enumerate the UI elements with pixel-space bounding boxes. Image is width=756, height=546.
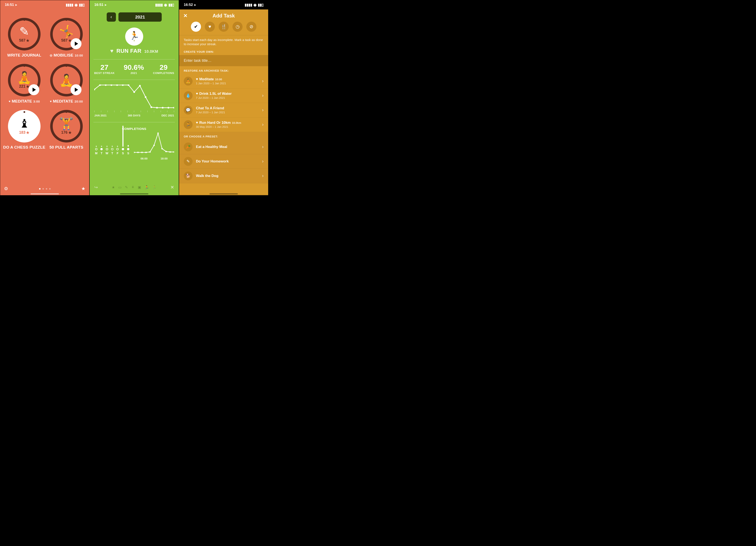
star-icon[interactable]: ★ <box>81 186 85 191</box>
task-icon: 🧘 <box>59 74 74 86</box>
chevron-right-icon: › <box>262 107 264 113</box>
clock: 16:52 <box>184 3 193 7</box>
task-type-selector: ✔ ♥ 🍴 ◷ ⊘ <box>179 22 268 32</box>
task-2[interactable]: 🧘221 ♥MEDITATE3:00 <box>3 64 45 104</box>
signal-icon: ▮▮▮▮ <box>245 3 252 7</box>
archived-row-3[interactable]: 🏃♥Run Hard Or 10km10.0km30 May 2020 – 1 … <box>179 117 268 132</box>
task-5[interactable]: 🏋176 50 PULL APARTS <box>46 110 86 150</box>
row-title: ♥Meditate10:00 <box>196 77 259 81</box>
clock: 16:51 <box>94 3 103 7</box>
task-label: ◎MOBILISE10:00 <box>50 53 83 58</box>
task-label: WRITE JOURNAL <box>7 53 41 58</box>
svg-point-8 <box>139 85 141 87</box>
meditate-filter-icon: ⚘ <box>131 185 134 189</box>
back-button[interactable]: ‹ <box>107 12 116 22</box>
week-label: T <box>101 151 102 155</box>
chevron-right-icon: › <box>262 144 264 150</box>
share-icon[interactable]: ↪ <box>94 185 98 190</box>
task-0[interactable]: ✎587 WRITE JOURNAL <box>3 18 45 58</box>
week-label: F <box>117 151 119 155</box>
type-timer[interactable]: ◷ <box>232 22 243 32</box>
week-label: W <box>105 151 108 155</box>
runner-icon: 🏃 <box>129 32 139 39</box>
settings-icon[interactable]: ⚙ <box>4 186 8 191</box>
row-title: Eat a Healthy Meal <box>196 145 259 149</box>
archived-row-0[interactable]: 🧘♥Meditate10:001 Jan 2020 – 1 Jan 2021› <box>179 74 268 88</box>
svg-point-24 <box>169 151 171 153</box>
type-food[interactable]: 🍴 <box>219 22 229 32</box>
task-title-input[interactable]: Enter task title… <box>179 55 268 66</box>
svg-point-17 <box>141 152 143 153</box>
streak-count: 587 <box>61 38 72 43</box>
task-icon: 🧘 <box>17 72 32 83</box>
preset-row-1[interactable]: ✎Do Your Homework› <box>179 154 268 169</box>
svg-point-4 <box>116 84 118 86</box>
svg-point-20 <box>153 145 155 146</box>
task-ring[interactable]: ✎587 <box>8 18 41 50</box>
location-icon: ➤ <box>194 3 196 7</box>
run2-filter-icon: 🏃 <box>152 185 157 189</box>
svg-point-10 <box>150 106 152 108</box>
type-ban[interactable]: ⊘ <box>246 22 256 32</box>
status-bar: 16:52 ➤ ▮▮▮▮ ◉ ▮▮▯ <box>179 0 268 9</box>
completions-label: COMPLETIONS <box>153 71 174 75</box>
preset-row-0[interactable]: 🥕Eat a Healthy Meal› <box>179 140 268 154</box>
task-label: ♥MEDITATE3:00 <box>9 99 40 104</box>
row-subtitle: 7 Jul 2020 – 1 Jan 2021 <box>196 96 259 99</box>
week-bar <box>122 126 123 147</box>
archived-row-2[interactable]: 💬Chat To A Friend7 Jul 2020 – 1 Jan 2021… <box>179 103 268 117</box>
svg-point-2 <box>105 84 106 86</box>
wifi-icon: ◉ <box>164 3 167 7</box>
stats-bottom-bar: ↪ ★ ▭ ✎ ⚘ ▣ 🏃 🏃 ✕ <box>90 185 179 190</box>
svg-point-3 <box>110 84 112 86</box>
battery-icon: ▮▮▯ <box>258 3 264 7</box>
type-heart[interactable]: ♥ <box>205 22 215 32</box>
page-indicator[interactable] <box>39 188 51 189</box>
play-button[interactable] <box>71 84 81 95</box>
percent-value: 90.6% <box>124 63 144 71</box>
svg-point-22 <box>161 148 163 149</box>
restore-label: RESTORE AN ARCHIVED TASK: <box>179 66 268 74</box>
task-icon: ♝ <box>19 118 30 129</box>
week-label: M <box>95 151 97 155</box>
task-ring[interactable]: ♝183 <box>8 110 41 142</box>
close-icon[interactable]: ✕ <box>171 185 174 190</box>
task-1[interactable]: 🤸587 ◎MOBILISE10:00 <box>46 18 86 58</box>
chevron-right-icon: › <box>262 93 264 98</box>
preset-row-2[interactable]: 🐕Walk the Dog› <box>179 169 268 183</box>
task-ring[interactable]: 🤸587 <box>50 18 83 50</box>
row-icon: 🧘 <box>184 77 193 85</box>
week-dot <box>95 148 97 150</box>
row-icon: 🏃 <box>184 120 193 129</box>
year-selector[interactable]: 2021 <box>118 12 162 22</box>
preset-label: OR CHOOSE A PRESET: <box>179 132 268 140</box>
filter-icons[interactable]: ★ ▭ ✎ ⚘ ▣ 🏃 🏃 <box>112 185 157 189</box>
play-button[interactable] <box>71 38 81 49</box>
task-ring[interactable]: 🧘221 <box>8 64 41 96</box>
row-subtitle: 30 May 2020 – 1 Jan 2021 <box>196 125 259 128</box>
add-task-screen: 16:52 ➤ ▮▮▮▮ ◉ ▮▮▯ ✕ Add Task ✔ ♥ 🍴 ◷ ⊘ … <box>179 0 268 195</box>
type-check[interactable]: ✔ <box>191 22 201 32</box>
task-distance: 10.0KM <box>144 49 158 54</box>
bottom-bar: ⚙ ★ <box>0 186 89 191</box>
week-bar <box>112 146 113 147</box>
archived-row-1[interactable]: 💧♥Drink 1.5L of Water7 Jul 2020 – 1 Jan … <box>179 88 268 103</box>
streak-count: 221 <box>19 84 29 89</box>
week-bar <box>101 146 102 147</box>
pen-filter-icon: ✎ <box>125 185 128 189</box>
home-indicator <box>120 193 148 194</box>
task-ring[interactable]: 🏋176 <box>50 110 83 142</box>
play-button[interactable] <box>28 84 39 95</box>
camera-filter-icon: ▣ <box>138 185 141 189</box>
close-button[interactable]: ✕ <box>183 13 188 19</box>
task-ring[interactable]: 🧘 <box>50 64 83 96</box>
week-label: S <box>127 151 129 155</box>
row-title: Walk the Dog <box>196 174 259 178</box>
signal-icon: ▮▮▮▮ <box>66 3 73 7</box>
task-title-row: ♥ RUN FAR 10.0KM <box>90 48 179 54</box>
task-3[interactable]: 🧘♥MEDITATE20:00 <box>46 64 86 104</box>
row-icon: ✎ <box>184 157 193 166</box>
book-filter-icon: ▭ <box>118 185 122 189</box>
wifi-icon: ◉ <box>253 3 257 7</box>
task-4[interactable]: ♝183 DO A CHESS PUZZLE <box>3 110 45 150</box>
